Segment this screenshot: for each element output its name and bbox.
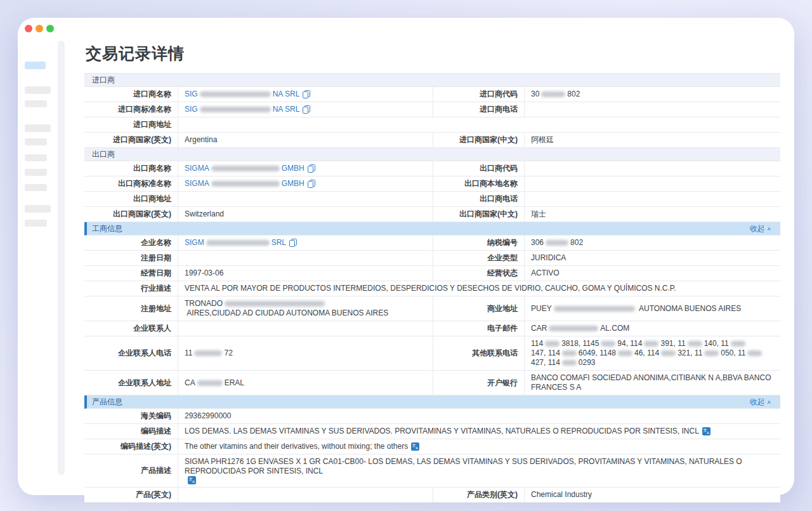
section-header-importer: 进口商: [84, 74, 780, 87]
collapse-toggle[interactable]: 收起∧: [750, 397, 771, 408]
value-text: 3818, 1145: [561, 339, 599, 348]
field-value: VENTA AL POR MAYOR DE PRODUCTOS INTERMED…: [178, 281, 780, 296]
field-label: 出口商地址: [84, 192, 178, 206]
value-text: BANCO COMAFI SOCIEDAD ANONIMA,CITIBANK N…: [531, 373, 774, 392]
redacted-text: [549, 326, 598, 331]
field-value[interactable]: SIGMAGMBH: [178, 161, 433, 176]
table-row: 企业联系人地址CAERAL开户银行BANCO COMAFI SOCIEDAD A…: [84, 371, 780, 395]
value-text: SIGMA PHR1276 1G ENVASES X 1 GR CA01-CB0…: [185, 457, 774, 476]
field-label: 进口商国家(中文): [433, 133, 525, 147]
value-text[interactable]: SRL: [272, 238, 286, 248]
field-value: 1143818, 114594, 114391, 11140, 11147, 1…: [525, 336, 780, 370]
value-text[interactable]: GMBH: [282, 179, 304, 189]
value-text: 94, 114: [617, 339, 642, 348]
value-text[interactable]: GMBH: [282, 164, 304, 173]
section-title: 进口商: [92, 75, 115, 86]
value-text[interactable]: SIGMA: [185, 164, 209, 173]
field-label: 企业联系人电话: [84, 336, 178, 370]
value-text: Argentina: [185, 135, 217, 145]
table-row: 企业联系人电子邮件CARAL.COM: [84, 321, 780, 336]
copy-icon[interactable]: [308, 180, 315, 188]
field-value: [178, 251, 433, 265]
field-label: 纳税编号: [433, 236, 525, 250]
value-text: AIRES,CIUDAD AD CIUDAD AUTONOMA BUENOS A…: [185, 309, 388, 318]
copy-icon[interactable]: [303, 105, 310, 114]
value-text: 147, 114: [531, 348, 560, 358]
value-text: 802: [567, 90, 580, 99]
value-text[interactable]: SIG: [185, 105, 198, 114]
field-label: 编码描述(英文): [84, 439, 178, 454]
field-value[interactable]: SIGNA SRL: [178, 102, 433, 117]
field-value: CARAL.COM: [525, 321, 780, 336]
scrollbar[interactable]: [58, 41, 65, 475]
table-row: 出口商标准名称SIGMAGMBH出口商本地名称: [84, 176, 780, 192]
field-label: 注册日期: [84, 251, 178, 265]
value-text[interactable]: SIGMA: [185, 179, 209, 189]
copy-icon[interactable]: [303, 90, 310, 98]
value-text: 140, 11: [704, 339, 729, 348]
copy-icon[interactable]: [308, 164, 315, 173]
redacted-text: [601, 341, 615, 347]
copy-icon[interactable]: [289, 239, 297, 247]
field-label: 产品类别(英文): [433, 488, 525, 502]
value-text: AL.COM: [600, 324, 629, 333]
field-label: 产品(英文): [84, 488, 178, 502]
chevron-up-icon: ∧: [767, 399, 771, 405]
redacted-text: [194, 350, 222, 356]
field-value[interactable]: SIGMAGMBH: [178, 176, 433, 191]
field-value: TRONADO AIRES,CIUDAD AD CIUDAD AUTONOMA …: [178, 296, 433, 321]
field-label: 产品描述: [84, 455, 178, 487]
field-value[interactable]: SIGNA SRL: [178, 87, 433, 102]
value-text[interactable]: NA SRL: [273, 90, 300, 99]
field-value: [178, 488, 433, 502]
value-text: 050, 11: [721, 348, 745, 358]
window-control-minimize[interactable]: [36, 25, 43, 32]
field-label: 进口商地址: [84, 117, 178, 132]
collapse-toggle[interactable]: 收起∧: [750, 223, 771, 234]
sidebar-skeleton-bar: [25, 100, 47, 107]
field-value: 29362990000: [178, 409, 780, 423]
page-background: 交易记录详情 进口商进口商名称SIGNA SRL进口商代码30802进口商标准名…: [0, 0, 812, 511]
detail-table: 进口商进口商名称SIGNA SRL进口商代码30802进口商标准名称SIGNA …: [84, 73, 780, 503]
sidebar-skeleton-bar: [25, 124, 51, 132]
translate-icon[interactable]: 文A: [188, 476, 196, 484]
table-row: 出口商国家(英文)Switzerland出口商国家(中文)瑞士: [84, 207, 780, 222]
field-value: SIGMA PHR1276 1G ENVASES X 1 GR CA01-CB0…: [178, 455, 780, 487]
value-text: 802: [570, 238, 583, 248]
field-value: Chemical Industry: [525, 488, 780, 502]
value-text[interactable]: SIGM: [185, 238, 204, 248]
redacted-text: [661, 350, 676, 356]
section-header-business-info: 工商信息收起∧: [84, 222, 780, 236]
redacted-text: [618, 350, 632, 356]
field-value[interactable]: SIGMSRL: [178, 236, 433, 250]
field-label: 出口商名称: [84, 161, 178, 176]
field-value: BANCO COMAFI SOCIEDAD ANONIMA,CITIBANK N…: [525, 371, 780, 395]
field-value: [525, 161, 780, 176]
translate-icon[interactable]: 文A: [702, 427, 710, 435]
table-row: 企业名称SIGMSRL纳税编号306802: [84, 236, 780, 251]
value-text: PUEY: [531, 304, 552, 314]
redacted-text: [211, 181, 280, 187]
collapse-label[interactable]: 收起: [750, 223, 765, 234]
field-label: 出口商代码: [433, 161, 525, 176]
field-label: 企业名称: [84, 236, 178, 250]
value-text: 1997-03-06: [185, 269, 223, 278]
value-text: ACTIVO: [531, 269, 560, 278]
table-row: 出口商地址出口商电话: [84, 192, 780, 207]
translate-icon[interactable]: 文A: [411, 442, 419, 451]
svg-text:A: A: [707, 431, 709, 435]
redacted-text: [747, 350, 762, 356]
value-text: VENTA AL POR MAYOR DE PRODUCTOS INTERMED…: [185, 284, 676, 293]
window-control-zoom[interactable]: [46, 25, 54, 32]
redacted-text: [562, 350, 577, 356]
value-text: 0293: [579, 358, 596, 368]
field-label: 注册地址: [84, 296, 178, 321]
value-text: The other vitamins and their derivatives…: [185, 442, 408, 451]
value-text[interactable]: SIG: [185, 90, 198, 99]
redacted-text: [541, 91, 565, 97]
collapse-label[interactable]: 收起: [750, 397, 765, 408]
table-row: 海关编码29362990000: [84, 409, 780, 424]
window-control-close[interactable]: [25, 25, 32, 32]
value-text[interactable]: NA SRL: [273, 105, 300, 114]
table-row: 经营日期1997-03-06经营状态ACTIVO: [84, 266, 780, 281]
